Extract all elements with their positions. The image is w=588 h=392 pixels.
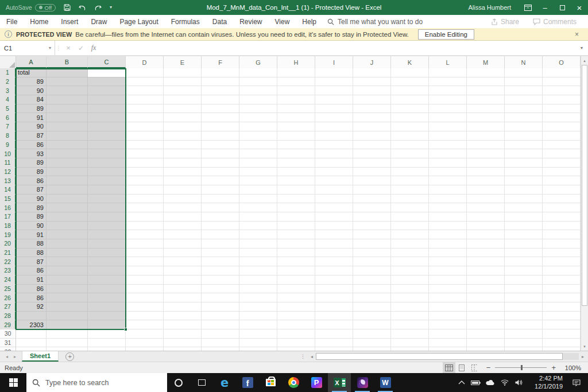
cell-M20[interactable] [467,239,505,249]
cell-N31[interactable] [505,339,543,348]
cell-C20[interactable] [88,239,126,249]
column-header-H[interactable]: H [277,56,315,68]
cell-N19[interactable] [505,230,543,239]
cell-I22[interactable] [315,257,353,266]
cell-A8[interactable]: 87 [16,131,47,141]
cell-M5[interactable] [467,104,505,114]
cell-C23[interactable] [88,266,126,275]
cell-F31[interactable] [202,339,239,348]
cell-K17[interactable] [391,212,429,222]
cell-O23[interactable] [543,266,581,275]
cell-L20[interactable] [429,239,467,249]
cell-H13[interactable] [277,176,315,185]
cell-O4[interactable] [543,95,581,104]
cell-A12[interactable]: 89 [16,168,47,177]
cell-A24[interactable]: 91 [16,275,47,285]
cell-B26[interactable] [47,293,88,302]
task-view-button[interactable] [190,373,213,392]
cell-B5[interactable] [47,104,88,114]
cell-F10[interactable] [202,149,239,158]
cell-O28[interactable] [543,312,581,321]
action-center-button[interactable] [565,379,588,386]
cell-I29[interactable] [315,320,353,329]
cell-G19[interactable] [239,230,277,239]
cell-G5[interactable] [239,104,277,114]
zoom-out-icon[interactable]: − [486,363,491,372]
cell-K18[interactable] [391,222,429,231]
cell-H15[interactable] [277,195,315,204]
cell-L29[interactable] [429,320,467,329]
cell-B4[interactable] [47,95,88,104]
cell-O1[interactable] [543,68,581,77]
cell-G4[interactable] [239,95,277,104]
cell-N6[interactable] [505,113,543,122]
cell-J3[interactable] [353,86,391,95]
cell-A6[interactable]: 91 [16,113,47,122]
cell-A16[interactable]: 89 [16,203,47,212]
cell-E23[interactable] [164,266,202,275]
zoom-slider-thumb[interactable] [521,365,523,370]
cell-C1[interactable] [88,68,126,77]
cell-C16[interactable] [88,203,126,212]
cell-D25[interactable] [126,285,164,294]
cell-K15[interactable] [391,195,429,204]
cell-M23[interactable] [467,266,505,275]
taskbar-clock[interactable]: 2:42 PM 12/1/2019 [526,375,565,390]
cell-J2[interactable] [353,77,391,87]
cell-M27[interactable] [467,302,505,312]
cell-K31[interactable] [391,339,429,348]
cell-M14[interactable] [467,185,505,195]
cell-O2[interactable] [543,77,581,87]
cell-K14[interactable] [391,185,429,195]
cell-C17[interactable] [88,212,126,222]
cell-D28[interactable] [126,312,164,321]
cell-N25[interactable] [505,285,543,294]
cell-D6[interactable] [126,113,164,122]
cell-H14[interactable] [277,185,315,195]
cell-B3[interactable] [47,86,88,95]
cell-I11[interactable] [315,158,353,168]
name-box[interactable]: C1 ▾ [0,41,55,55]
ribbon-display-options-icon[interactable] [519,0,536,15]
cell-G27[interactable] [239,302,277,312]
cell-H10[interactable] [277,149,315,158]
cell-C4[interactable] [88,95,126,104]
cell-O25[interactable] [543,285,581,294]
cell-O18[interactable] [543,222,581,231]
cell-A26[interactable]: 86 [16,293,47,302]
cell-L14[interactable] [429,185,467,195]
cell-C12[interactable] [88,168,126,177]
cell-C25[interactable] [88,285,126,294]
cell-D20[interactable] [126,239,164,249]
column-header-K[interactable]: K [391,56,429,68]
cell-G31[interactable] [239,339,277,348]
cell-B17[interactable] [47,212,88,222]
cell-E11[interactable] [164,158,202,168]
cell-G20[interactable] [239,239,277,249]
cell-I27[interactable] [315,302,353,312]
cell-G17[interactable] [239,212,277,222]
cell-J25[interactable] [353,285,391,294]
cell-H28[interactable] [277,312,315,321]
cell-L18[interactable] [429,222,467,231]
cell-I7[interactable] [315,122,353,131]
cell-A19[interactable]: 91 [16,230,47,239]
pandora-button[interactable]: P [305,373,328,392]
cell-I17[interactable] [315,212,353,222]
cell-O32[interactable] [543,347,581,351]
cell-O31[interactable] [543,339,581,348]
cell-H24[interactable] [277,275,315,285]
column-header-D[interactable]: D [126,56,164,68]
cell-A14[interactable]: 87 [16,185,47,195]
cell-B11[interactable] [47,158,88,168]
cell-M1[interactable] [467,68,505,77]
cell-D9[interactable] [126,141,164,150]
customize-quick-access-icon[interactable]: ▾ [110,5,112,10]
cell-F15[interactable] [202,195,239,204]
cell-E10[interactable] [164,149,202,158]
cell-C26[interactable] [88,293,126,302]
cell-E14[interactable] [164,185,202,195]
cell-J4[interactable] [353,95,391,104]
cell-A3[interactable]: 90 [16,86,47,95]
cell-D5[interactable] [126,104,164,114]
